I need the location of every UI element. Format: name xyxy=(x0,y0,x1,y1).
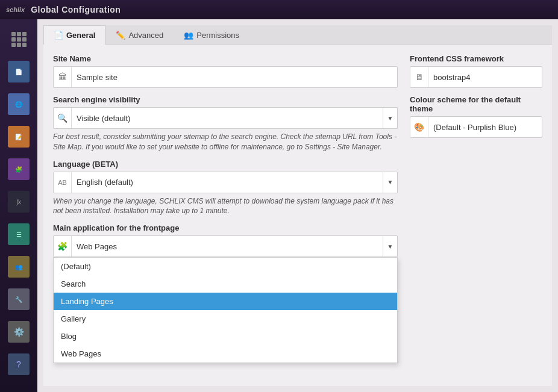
palette-icon: 🎨 xyxy=(410,117,428,137)
sidebar-item-macro[interactable]: ∫x xyxy=(4,187,34,217)
sidebar-item-settings[interactable]: ⚙️ xyxy=(4,317,34,347)
dropdown-item-web-pages[interactable]: Web Pages xyxy=(54,345,397,362)
group-icon: 👥 xyxy=(184,31,193,40)
dropdown-item-search[interactable]: Search xyxy=(54,275,397,293)
frontend-css-field: 🖥 xyxy=(410,66,542,88)
main-app-input[interactable] xyxy=(72,238,383,255)
panel: 📄 General ✏️ Advanced 👥 Permissions xyxy=(43,25,552,386)
left-column: Site Name 🏛 Search engine visibility 🔍 ▼ xyxy=(53,54,398,376)
file-icon: 📄 xyxy=(54,31,63,40)
blog-icon: 📝 xyxy=(8,126,30,148)
tools-icon: 🔧 xyxy=(8,288,30,310)
frontend-css-label: Frontend CSS framework xyxy=(410,54,542,63)
frontend-css-input[interactable] xyxy=(428,69,542,86)
logo: schlix xyxy=(6,6,25,13)
tab-general[interactable]: 📄 General xyxy=(43,25,105,45)
main-app-dropdown-container: 🧩 ▼ (Default) Search Landing Pages Galle… xyxy=(53,235,398,257)
macro-icon: ∫x xyxy=(8,191,30,213)
grid-icon xyxy=(11,32,27,47)
site-name-group: Site Name 🏛 xyxy=(53,54,398,88)
search-visibility-label: Search engine visibility xyxy=(53,95,398,104)
tab-advanced[interactable]: ✏️ Advanced xyxy=(105,25,174,45)
sidebar-item-grid[interactable] xyxy=(4,24,34,54)
sidebar: 📄 🌐 📝 🧩 ∫x ☰ 👥 🔧 ⚙️ xyxy=(0,19,37,392)
dropdown-item-landing-pages[interactable]: Landing Pages xyxy=(54,293,397,310)
puzzle-icon: 🧩 xyxy=(54,236,72,257)
tab-content: Site Name 🏛 Search engine visibility 🔍 ▼ xyxy=(43,45,552,386)
colour-scheme-group: Colour scheme for the default theme 🎨 xyxy=(410,95,542,138)
sidebar-item-menu[interactable]: ☰ xyxy=(4,219,34,249)
site-name-field: 🏛 xyxy=(53,66,398,88)
frontend-css-group: Frontend CSS framework 🖥 xyxy=(410,54,542,88)
tab-permissions[interactable]: 👥 Permissions xyxy=(174,25,249,45)
site-name-input[interactable] xyxy=(72,69,397,86)
tabs: 📄 General ✏️ Advanced 👥 Permissions xyxy=(43,25,552,45)
sidebar-item-blog[interactable]: 📝 xyxy=(4,122,34,152)
settings-icon: ⚙️ xyxy=(8,321,30,343)
dropdown-item-default[interactable]: (Default) xyxy=(54,258,397,275)
colour-scheme-input[interactable] xyxy=(428,119,542,135)
main-app-label: Main application for the frontpage xyxy=(53,223,398,232)
building-icon: 🏛 xyxy=(54,67,72,87)
search-visibility-field: 🔍 ▼ xyxy=(53,107,398,129)
search-visibility-hint: For best result, consider submitting you… xyxy=(53,132,398,152)
language-icon: AB xyxy=(54,172,72,193)
language-group: Language (BETA) AB ▼ When you change the… xyxy=(53,160,398,217)
main-app-dropdown: (Default) Search Landing Pages Gallery B… xyxy=(53,257,398,363)
sidebar-item-webpages[interactable]: 🌐 xyxy=(4,89,34,119)
colour-scheme-label: Colour scheme for the default theme xyxy=(410,95,542,113)
main-app-arrow[interactable]: ▼ xyxy=(383,236,397,257)
sidebar-item-tools[interactable]: 🔧 xyxy=(4,284,34,314)
sidebar-item-block[interactable]: 🧩 xyxy=(4,154,34,184)
sidebar-item-pages[interactable]: 📄 xyxy=(4,57,34,87)
language-label: Language (BETA) xyxy=(53,160,398,169)
sidebar-item-team[interactable]: 👥 xyxy=(4,252,34,282)
search-icon: 🔍 xyxy=(54,108,72,128)
menu-icon: ☰ xyxy=(8,223,30,245)
language-hint: When you change the language, SCHLIX CMS… xyxy=(53,196,398,217)
right-column: Frontend CSS framework 🖥 Colour scheme f… xyxy=(410,54,542,376)
pages-icon: 📄 xyxy=(8,61,30,82)
help-icon: ? xyxy=(8,353,30,375)
main-layout: 📄 🌐 📝 🧩 ∫x ☰ 👥 🔧 ⚙️ xyxy=(0,19,558,392)
top-bar: schlix Global Configuration xyxy=(0,0,558,19)
language-arrow[interactable]: ▼ xyxy=(383,172,397,193)
dropdown-item-blog[interactable]: Blog xyxy=(54,328,397,345)
search-visibility-arrow[interactable]: ▼ xyxy=(383,108,397,128)
webpages-icon: 🌐 xyxy=(8,93,30,115)
team-icon: 👥 xyxy=(8,256,30,278)
pencil-icon: ✏️ xyxy=(116,31,125,40)
main-app-field: 🧩 ▼ xyxy=(53,235,398,257)
sidebar-item-help[interactable]: ? xyxy=(4,349,34,379)
colour-scheme-field: 🎨 xyxy=(410,116,542,138)
main-app-group: Main application for the frontpage 🧩 ▼ (… xyxy=(53,223,398,257)
content-area: 📄 General ✏️ Advanced 👥 Permissions xyxy=(37,19,558,392)
search-visibility-input[interactable] xyxy=(72,110,383,126)
block-icon: 🧩 xyxy=(8,158,30,180)
language-input[interactable] xyxy=(72,174,383,190)
site-name-label: Site Name xyxy=(53,54,398,63)
search-visibility-group: Search engine visibility 🔍 ▼ For best re… xyxy=(53,95,398,152)
monitor-icon: 🖥 xyxy=(410,67,428,87)
page-title: Global Configuration xyxy=(31,5,121,14)
language-field: AB ▼ xyxy=(53,172,398,193)
dropdown-item-gallery[interactable]: Gallery xyxy=(54,310,397,328)
